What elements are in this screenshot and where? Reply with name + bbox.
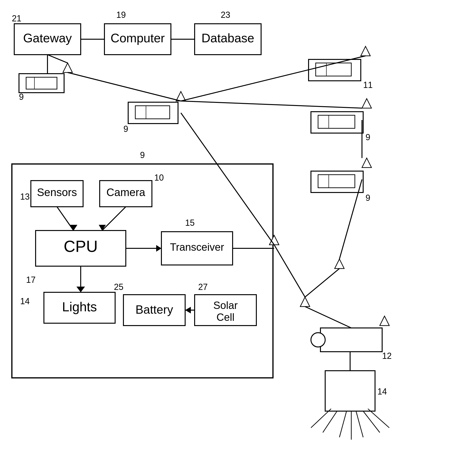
battery-text: Battery xyxy=(136,303,173,316)
computer-text: Computer xyxy=(111,31,165,45)
label-27: 27 xyxy=(198,282,208,292)
node9-rightmid-antenna xyxy=(362,99,371,108)
cpu-text: CPU xyxy=(64,237,98,255)
antenna2-to-cam-line xyxy=(305,306,351,328)
antenna-connect-line xyxy=(305,269,339,297)
sensors-text: Sensors xyxy=(37,186,77,198)
line-left-to-mid xyxy=(68,72,181,101)
transceiver-to-lower-line xyxy=(274,245,305,297)
label-11: 11 xyxy=(363,80,373,90)
spotlight-box xyxy=(325,371,375,411)
solar-cell-line2: Cell xyxy=(216,311,235,323)
label-25: 25 xyxy=(114,282,123,292)
lower-antenna-1 xyxy=(335,259,344,269)
label-15: 15 xyxy=(185,218,195,228)
line-mid-to-rightmid xyxy=(181,101,362,108)
label-13: 13 xyxy=(20,192,30,202)
lights-text: Lights xyxy=(62,299,97,314)
node9-mid-antenna xyxy=(176,92,186,101)
label-12: 12 xyxy=(382,351,392,361)
ray7 xyxy=(368,409,389,428)
label-9-mid: 9 xyxy=(123,124,128,134)
ray2 xyxy=(339,411,346,437)
label-9-topleft: 9 xyxy=(19,92,24,102)
label-19: 19 xyxy=(116,10,126,20)
node9-outer-inner xyxy=(318,175,355,188)
gateway-text: Gateway xyxy=(23,31,72,45)
camera-lens xyxy=(311,333,325,347)
camera-node-box xyxy=(320,328,382,352)
gateway-to-antenna-left xyxy=(48,55,68,63)
camera-node-antenna xyxy=(380,316,389,326)
node9-topleft-inner xyxy=(26,77,57,89)
solar-cell-line1: Solar xyxy=(214,299,238,311)
label-21: 21 xyxy=(12,14,21,23)
label-14-spotlight: 14 xyxy=(378,387,387,396)
node9-outer-antenna xyxy=(362,158,371,168)
ray4 xyxy=(356,411,363,437)
transceiver-text: Transceiver xyxy=(170,241,224,253)
node9-mid-inner xyxy=(135,106,170,119)
ray5 xyxy=(363,411,380,433)
label-17: 17 xyxy=(26,275,36,285)
label-14-lights: 14 xyxy=(20,296,30,306)
node9-rightmid-inner xyxy=(318,115,355,128)
label-23: 23 xyxy=(221,10,230,20)
label-9-system: 9 xyxy=(140,150,145,160)
node11-antenna xyxy=(361,46,370,56)
node9-topleft-antenna xyxy=(63,63,72,72)
database-text: Database xyxy=(202,31,255,45)
lower-antenna-2 xyxy=(300,297,310,306)
label-9-rightmid: 9 xyxy=(366,132,370,142)
label-10: 10 xyxy=(154,173,164,183)
camera-text: Camera xyxy=(106,186,145,198)
label-9-outer: 9 xyxy=(366,193,370,203)
node11-inner xyxy=(316,63,351,76)
